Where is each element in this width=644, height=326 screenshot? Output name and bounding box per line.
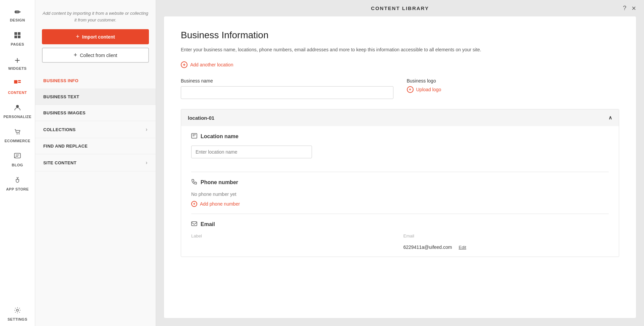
upload-logo-button[interactable]: + Upload logo	[407, 86, 620, 93]
location-name-icon	[191, 133, 197, 140]
email-data-row: 6229411a@uifeed.com Edit	[191, 245, 609, 250]
location-accordion: location-01 ∧ Location name	[181, 109, 619, 257]
svg-point-8	[17, 133, 18, 134]
no-phone-text: No phone number yet	[191, 192, 609, 197]
sidebar-item-pages[interactable]: PAGES	[0, 27, 35, 51]
content-nav-panel: Add content by importing it from a websi…	[35, 0, 156, 326]
sidebar-item-ecommerce[interactable]: ECOMMERCE	[0, 123, 35, 148]
business-name-field: Business name	[181, 78, 393, 99]
content-nav-list: BUSINESS INFO BUSINESS TEXT BUSINESS IMA…	[35, 73, 156, 326]
email-section-title: Email	[191, 221, 609, 228]
nav-item-site-content[interactable]: SITE CONTENT ›	[35, 154, 156, 171]
nav-item-business-info[interactable]: BUSINESS INFO	[35, 73, 156, 89]
edit-email-link[interactable]: Edit	[459, 245, 466, 250]
modal-header: CONTENT LIBRARY ? ×	[156, 0, 644, 16]
app-store-icon	[14, 176, 21, 186]
import-plus-icon: +	[76, 33, 79, 40]
nav-item-find-replace[interactable]: FIND AND REPLACE	[35, 138, 156, 154]
sidebar-item-app-store[interactable]: APP STORE	[0, 172, 35, 196]
phone-icon	[191, 179, 197, 186]
location-header[interactable]: location-01 ∧	[181, 109, 619, 126]
svg-rect-3	[18, 36, 20, 38]
location-body: Location name Phone number No phone numb…	[181, 126, 619, 257]
business-row: Business name Business logo + Upload log…	[181, 78, 619, 99]
import-content-button[interactable]: + Import content	[42, 29, 149, 44]
svg-rect-5	[18, 80, 21, 81]
sidebar-item-design[interactable]: ✏ DESIGN	[0, 3, 35, 27]
phone-section-title: Phone number	[191, 179, 609, 186]
svg-rect-2	[14, 36, 17, 38]
help-button[interactable]: ?	[623, 5, 626, 12]
personalize-icon	[14, 104, 21, 113]
business-name-label: Business name	[181, 78, 393, 84]
svg-rect-6	[18, 82, 21, 83]
collect-from-client-button[interactable]: + Collect from client	[42, 48, 149, 63]
nav-item-business-text[interactable]: BUSINESS TEXT	[35, 89, 156, 105]
chevron-right-icon: ›	[146, 126, 148, 132]
svg-rect-15	[192, 222, 197, 226]
svg-point-7	[16, 105, 19, 108]
modal-body: Business Information Enter your business…	[164, 16, 636, 318]
add-phone-link[interactable]: + Add phone number	[191, 201, 609, 207]
widgets-icon: +	[15, 56, 20, 65]
email-value-col: Email	[404, 233, 609, 238]
svg-point-9	[19, 133, 20, 134]
nav-item-collections[interactable]: COLLECTIONS ›	[35, 121, 156, 138]
modal-title: CONTENT LIBRARY	[371, 5, 429, 11]
section-divider-1	[191, 172, 609, 172]
add-location-link[interactable]: + Add another location	[181, 61, 619, 68]
location-name-input[interactable]	[191, 146, 312, 158]
add-location-icon: +	[181, 61, 187, 68]
svg-rect-4	[14, 80, 17, 84]
svg-rect-0	[14, 32, 17, 35]
add-phone-label: Add phone number	[200, 201, 240, 207]
business-logo-label: Business logo	[407, 78, 620, 84]
email-header-row: Label Email	[191, 233, 609, 241]
close-button[interactable]: ×	[632, 4, 636, 13]
svg-rect-13	[193, 134, 196, 135]
chevron-right-icon-2: ›	[146, 160, 148, 166]
sidebar-item-personalize[interactable]: PERSONALIZE	[0, 99, 35, 123]
main-area: CONTENT LIBRARY ? × Business Information…	[156, 0, 644, 326]
design-icon: ✏	[14, 8, 21, 17]
sidebar-item-content[interactable]: CONTENT	[0, 75, 35, 99]
sidebar-item-settings[interactable]: SETTINGS	[0, 302, 35, 326]
location-name-section-title: Location name	[191, 133, 609, 140]
upload-logo-icon: +	[407, 86, 414, 93]
svg-point-11	[16, 309, 18, 311]
location-id: location-01	[188, 115, 214, 121]
sidebar-item-blog[interactable]: BLOG	[0, 148, 35, 172]
settings-icon	[14, 307, 21, 316]
sidebar-item-widgets[interactable]: + WIDGETS	[0, 51, 35, 75]
collect-plus-icon: +	[74, 52, 77, 59]
sidebar-icons: ✏ DESIGN PAGES + WIDGETS CONTENT PERSONA…	[0, 0, 35, 326]
modal-actions: ? ×	[623, 4, 636, 13]
content-nav-description: Add content by importing it from a websi…	[42, 10, 149, 23]
business-name-input[interactable]	[181, 86, 393, 99]
content-nav-header: Add content by importing it from a websi…	[35, 0, 156, 69]
section-divider-2	[191, 214, 609, 214]
chevron-up-icon: ∧	[608, 115, 612, 121]
email-icon	[191, 221, 197, 228]
nav-item-business-images[interactable]: BUSINESS IMAGES	[35, 105, 156, 121]
email-section: Email Label Email 6229411a@uifeed.com Ed…	[191, 221, 609, 250]
svg-rect-14	[193, 136, 195, 137]
page-description: Enter your business name, locations, pho…	[181, 46, 619, 53]
svg-rect-1	[18, 32, 20, 35]
add-phone-icon: +	[191, 201, 197, 207]
email-value: 6229411a@uifeed.com	[404, 245, 452, 250]
content-icon	[14, 80, 21, 89]
add-location-label: Add another location	[190, 62, 233, 67]
blog-icon	[14, 152, 21, 162]
business-logo-field: Business logo + Upload logo	[407, 78, 620, 99]
upload-logo-label: Upload logo	[416, 87, 441, 92]
ecommerce-icon	[14, 128, 21, 138]
email-label-col: Label	[191, 233, 397, 238]
pages-icon	[14, 32, 21, 41]
page-title: Business Information	[181, 30, 619, 41]
